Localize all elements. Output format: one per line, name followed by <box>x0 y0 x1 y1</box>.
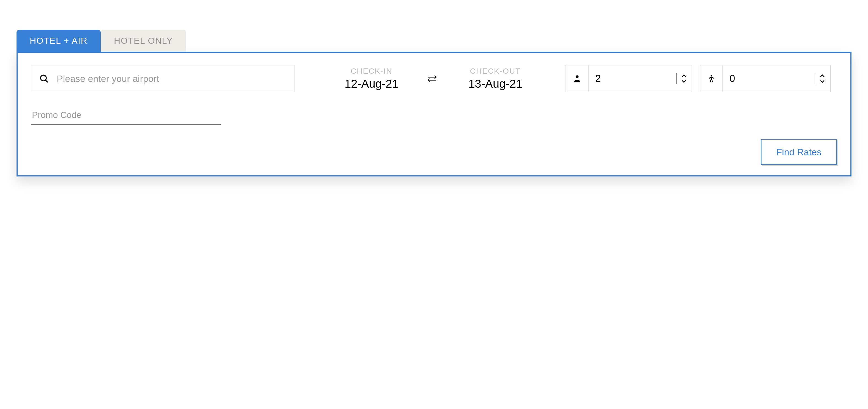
checkout-value: 13-Aug-21 <box>468 77 522 91</box>
children-stepper-control[interactable] <box>815 65 830 92</box>
svg-point-0 <box>40 75 46 81</box>
booking-panel: CHECK-IN 12-Aug-21 CHECK-OUT 13-Aug-21 <box>17 52 851 176</box>
child-icon <box>701 65 723 92</box>
find-rates-button[interactable]: Find Rates <box>761 139 837 165</box>
swap-dates-button[interactable] <box>407 73 457 84</box>
airport-input[interactable] <box>57 65 286 92</box>
adult-icon <box>566 65 589 92</box>
checkin-label: CHECK-IN <box>351 67 392 76</box>
checkin-picker[interactable]: CHECK-IN 12-Aug-21 <box>336 67 407 91</box>
airport-field[interactable] <box>31 65 294 92</box>
swap-icon <box>426 73 438 84</box>
booking-tabs: HOTEL + AIR HOTEL ONLY <box>17 30 851 52</box>
children-stepper[interactable]: 0 <box>700 65 831 92</box>
promo-code-input[interactable] <box>31 108 221 125</box>
svg-point-4 <box>576 75 579 78</box>
checkin-value: 12-Aug-21 <box>345 77 399 91</box>
children-value: 0 <box>723 73 815 84</box>
svg-line-1 <box>45 80 48 82</box>
tab-hotel-air[interactable]: HOTEL + AIR <box>17 30 101 52</box>
adults-stepper-control[interactable] <box>676 65 691 92</box>
adults-stepper[interactable]: 2 <box>565 65 692 92</box>
stepper-arrows-icon <box>819 73 825 84</box>
tab-hotel-only[interactable]: HOTEL ONLY <box>101 30 186 52</box>
stepper-arrows-icon <box>681 73 687 84</box>
svg-point-5 <box>711 75 712 77</box>
search-icon <box>39 74 49 83</box>
checkout-picker[interactable]: CHECK-OUT 13-Aug-21 <box>457 67 534 91</box>
checkout-label: CHECK-OUT <box>470 67 521 76</box>
adults-value: 2 <box>589 73 676 84</box>
